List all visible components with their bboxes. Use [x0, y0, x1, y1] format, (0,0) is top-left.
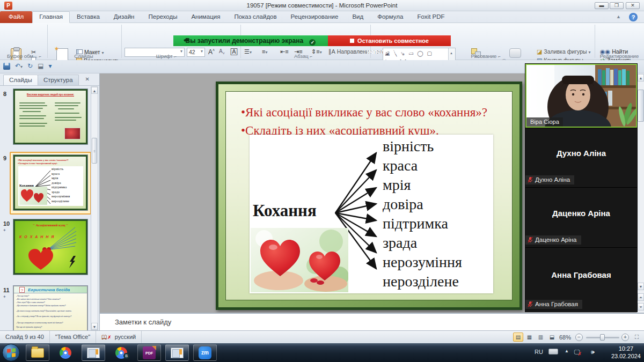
slideshow-from-start-icon[interactable]: ⬓ [38, 62, 43, 70]
tab-outline[interactable]: Структура [38, 75, 79, 85]
text-direction-icon: ∥A [328, 48, 335, 55]
redo-icon[interactable]: ↻ [27, 62, 33, 70]
collapse-ribbon-icon[interactable]: ▲ [616, 14, 624, 20]
scroll-down-icon[interactable]: ▼ [638, 283, 644, 290]
close-button[interactable]: ✕ [626, 2, 640, 9]
scrollbar-thumb[interactable] [638, 90, 644, 122]
participant-tile[interactable]: Анна Грабовая Анна Грабовая [525, 247, 637, 312]
reading-view-button[interactable]: ▥ [536, 333, 546, 342]
tab-insert[interactable]: Вставка [70, 11, 107, 23]
participant-tile[interactable]: Духно Аліна Духно Аліна [525, 128, 637, 187]
numbering-button[interactable]: ≡▾ [262, 48, 267, 55]
normal-view-button[interactable]: ▤ [513, 333, 523, 342]
shrink-font-button[interactable]: A˅ [219, 48, 225, 55]
tab-home[interactable]: Главная [32, 11, 70, 23]
taskbar-chrome-profile[interactable]: B [109, 344, 133, 361]
next-slide-icon[interactable]: ⏷ [638, 303, 644, 311]
group-label-paragraph: Абзац ⌐ [279, 53, 327, 59]
close-panel-icon[interactable]: ✕ [85, 76, 90, 82]
participant-label: Анна Грабовая [525, 300, 582, 309]
scrollbar-thumb[interactable]: ≡ [92, 138, 97, 164]
notes-placeholder: Заметки к слайду [115, 318, 171, 326]
grow-font-button[interactable]: A˄ [208, 48, 215, 56]
current-slide[interactable]: •Які асоціації викликає у вас слово «кох… [216, 82, 522, 310]
tab-slides[interactable]: Слайды [3, 75, 38, 85]
participant-name: Духно Аліна [525, 149, 637, 158]
slide-11-thumbnail[interactable]: ? Евристична бесіда - Про що твір? - Від… [13, 285, 88, 330]
tab-animation[interactable]: Анимация [184, 11, 227, 23]
taskbar-powerpoint[interactable] [82, 344, 105, 361]
slide-9-word: довіра [52, 181, 61, 185]
participant-tile[interactable]: Даценко Аріна Даценко Аріна [525, 187, 637, 247]
window-title: 19057 [Режим совместимости] - Microsoft … [0, 2, 644, 9]
zoom-out-button[interactable]: − [575, 334, 583, 341]
slide-9-thumbnail[interactable]: «Які асоціації викликає у вас слово «кох… [13, 154, 88, 211]
slide-bullet-1: •Які асоціації викликає у вас слово «кох… [241, 106, 507, 120]
slide-8-thumbnail[interactable]: Вислови видатних людей про кохання: [13, 88, 88, 145]
association-diagram: Кохання в [250, 135, 493, 293]
mic-off-icon [528, 176, 533, 183]
start-button[interactable] [2, 344, 20, 361]
slide-counter: Слайд 9 из 40 [0, 331, 50, 343]
clock[interactable]: 10:27 23.02.2024 [611, 345, 641, 360]
spellcheck-status[interactable]: 🕮✗ русский [96, 331, 142, 343]
bullets-button[interactable]: ☰▾ [244, 48, 252, 55]
animation-indicator-icon[interactable]: ✦ [3, 294, 6, 299]
taskbar-foxit[interactable]: PDF [137, 344, 161, 361]
taskbar-explorer[interactable] [26, 344, 49, 361]
explorer-icon [31, 348, 44, 358]
slide-sorter-button[interactable]: ▦ [524, 333, 535, 342]
save-icon[interactable] [3, 63, 10, 70]
theme-name: "Тема Office" [50, 331, 96, 343]
stop-share-button[interactable]: Остановить совместное использование [328, 35, 451, 46]
customize-qat-icon[interactable]: ▾ [48, 62, 52, 70]
main-vertical-scrollbar[interactable]: ▲ ▼ ⏶ ⏷ [636, 73, 644, 313]
minimize-button[interactable]: ▬ [595, 2, 609, 9]
taskbar-powerpoint-2[interactable] [165, 344, 189, 361]
volume-icon[interactable]: 🕪 [591, 349, 595, 356]
clear-formatting-button[interactable]: 🄰 [231, 48, 237, 55]
tab-file[interactable]: Файл [0, 11, 32, 23]
zoom-in-button[interactable]: + [621, 334, 629, 341]
keyboard-icon[interactable] [548, 349, 558, 354]
zoom-slider[interactable] [586, 337, 619, 338]
status-bar: Слайд 9 из 40 "Тема Office" 🕮✗ русский ▤… [0, 330, 644, 343]
tab-view[interactable]: Вид [345, 11, 370, 23]
language-indicator[interactable]: RU [535, 349, 543, 355]
slide-9-word: краса [52, 172, 60, 176]
slide-11-line: - Хто герої? Що з ними сталося? [16, 301, 85, 304]
slideshow-view-button[interactable]: ⬓ [547, 333, 557, 342]
scroll-up-icon[interactable]: ▲ [91, 87, 98, 94]
tray-date: 23.02.2024 [611, 352, 641, 360]
notes-pane[interactable]: Заметки к слайду [100, 313, 644, 330]
tab-review[interactable]: Рецензирование [284, 11, 346, 23]
animation-indicator-icon[interactable]: ✦ [3, 228, 6, 233]
taskbar-zoom[interactable]: zm [193, 344, 217, 361]
slides-panel-scrollbar[interactable]: ▲ ≡ ▼ [91, 86, 98, 330]
zoom-slider-thumb[interactable] [600, 334, 605, 341]
scroll-down-icon[interactable]: ▼ [91, 323, 98, 330]
tab-design[interactable]: Дизайн [107, 11, 142, 23]
scroll-up-icon[interactable]: ▲ [638, 74, 644, 82]
help-button[interactable]: ? [629, 13, 638, 21]
tab-formula[interactable]: Формула [370, 11, 410, 23]
network-icon[interactable]: 🖵✗ [574, 349, 584, 356]
zoom-level[interactable]: 68% [559, 334, 571, 341]
fit-to-window-button[interactable]: ⛶ [632, 333, 642, 342]
tab-foxit[interactable]: Foxit PDF [410, 11, 451, 23]
self-video-tile[interactable]: Віра Сіора [525, 64, 637, 128]
shape-fill-button[interactable]: ◪ Заливка фигуры ▾ [537, 48, 590, 55]
hidden-icons-chevron[interactable]: ▲ [565, 349, 569, 353]
taskbar-chrome[interactable] [54, 344, 77, 361]
slide-10-thumbnail[interactable]: '' Асоціативний кущ '' К О Х А Н Н Я [13, 219, 88, 275]
tab-slideshow[interactable]: Показ слайдов [227, 11, 283, 23]
undo-icon[interactable]: ↶▾ [15, 62, 23, 70]
group-label-font: Шрифт ⌐ [134, 53, 199, 59]
slide-10-lightning [69, 256, 76, 269]
restore-button[interactable]: ❐ [610, 2, 624, 9]
previous-slide-icon[interactable]: ⏶ [638, 293, 644, 301]
diagram-word: нерозділене [383, 272, 493, 292]
clear-formatting-icon: 🄰 [231, 48, 237, 55]
slide-11-line: - Про що твір? [16, 295, 85, 298]
tab-transitions[interactable]: Переходы [141, 11, 184, 23]
